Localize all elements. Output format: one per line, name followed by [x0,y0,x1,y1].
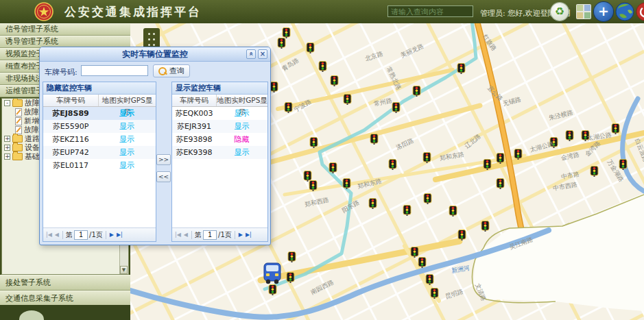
page-icon [15,108,22,116]
gps-display-toggle[interactable]: 显示 [216,120,267,133]
traffic-signal-icon[interactable] [590,166,599,177]
sidebar-item-top-0[interactable]: 信号管理子系统 [0,23,130,36]
traffic-signal-icon[interactable] [342,178,351,189]
last-page-button[interactable]: ▶| [116,231,123,239]
sidebar-item-bottom-0[interactable]: 接处警子系统 [0,275,130,291]
traffic-signal-icon[interactable] [483,159,492,170]
next-page-button[interactable]: ▶ [238,231,243,239]
gps-display-toggle[interactable]: 显示 [98,133,156,146]
power-icon[interactable] [636,2,644,21]
traffic-signal-icon[interactable] [282,27,291,38]
collapse-toggle[interactable]: - [4,100,10,106]
traffic-signal-icon[interactable] [309,180,318,191]
plate-number: 苏E5590P [43,120,98,133]
traffic-signal-icon[interactable] [611,123,620,134]
traffic-signal-icon[interactable] [318,61,327,72]
traffic-signal-icon[interactable] [284,102,293,113]
page-icon [15,117,22,125]
refresh-icon[interactable]: ♻ [551,3,569,21]
pager-divider [191,231,192,239]
move-left-button[interactable]: << [156,171,171,182]
expand-toggle[interactable]: + [4,145,10,151]
close-icon[interactable]: × [258,49,267,59]
table-header: 车牌号码 地图实时GPS显示 [43,95,156,107]
traffic-signal-icon[interactable] [481,221,490,232]
traffic-signal-icon[interactable] [330,75,339,86]
traffic-signal-icon[interactable] [457,63,466,74]
sidebar-footer [0,305,130,320]
first-page-button[interactable]: |◀ [45,231,53,239]
expand-toggle[interactable]: + [4,136,10,142]
traffic-signal-icon[interactable] [329,162,337,173]
traffic-signal-icon[interactable] [430,288,439,299]
dialog-titlebar[interactable]: 实时车辆位置监控 « × [40,47,270,62]
vehicle-row[interactable]: 苏EK9398显示 [172,146,267,159]
vehicle-row[interactable]: 苏EJR391显示 [172,120,267,133]
collapse-icon[interactable]: « [246,49,256,59]
traffic-signal-icon[interactable] [449,206,457,217]
traffic-signal-icon[interactable] [496,153,505,164]
traffic-signal-icon[interactable] [425,274,434,285]
column-gps: 地图实时GPS显示 [99,95,156,106]
traffic-signal-icon[interactable] [343,94,352,105]
traffic-signal-icon[interactable] [619,159,628,170]
globe-icon[interactable] [615,2,634,21]
sidebar-item-bottom-1[interactable]: 交通信息采集子系统 [0,291,130,306]
vehicle-row[interactable]: 苏EUP742显示 [43,146,156,159]
page-number-input[interactable] [74,230,88,240]
traffic-signal-icon[interactable] [496,178,505,189]
traffic-signal-icon[interactable] [287,251,296,262]
traffic-signal-icon[interactable] [457,230,466,241]
search-button[interactable]: 查询 [153,64,190,77]
prev-page-button[interactable]: ◀ [183,231,189,239]
traffic-signal-icon[interactable] [306,42,315,53]
gps-display-toggle[interactable]: 显示 [98,107,156,120]
traffic-signal-icon[interactable] [370,134,379,145]
map-tiles-icon[interactable] [576,4,591,19]
vehicle-row[interactable]: 苏EL0117显示 [43,159,156,172]
gps-display-toggle[interactable]: 显示 [216,107,267,120]
gps-display-toggle[interactable]: 隐藏 [216,133,267,146]
first-page-button[interactable]: |◀ [174,231,182,239]
next-page-button[interactable]: ▶ [109,231,115,239]
dialog-title: 实时车辆位置监控 [122,49,188,59]
last-page-button[interactable]: ▶| [245,231,252,239]
tree-node-label: 新增 [24,116,39,125]
plate-number: 苏EJR391 [172,120,216,133]
vehicle-row[interactable]: 苏EQK003显示 [172,107,267,120]
traffic-signal-icon[interactable] [392,102,401,113]
vehicle-row[interactable]: 苏E93898隐藏 [172,133,267,146]
traffic-signal-icon[interactable] [286,272,295,283]
prev-page-button[interactable]: ◀ [54,231,60,239]
zoom-plus-icon[interactable]: + [594,2,613,21]
expand-toggle[interactable]: + [4,153,10,160]
traffic-signal-icon[interactable] [268,284,277,295]
gps-display-toggle[interactable]: 显示 [98,159,156,172]
traffic-signal-icon[interactable] [368,198,377,209]
traffic-signal-icon[interactable] [422,152,431,163]
traffic-signal-icon[interactable] [410,247,419,258]
vehicle-row[interactable]: 苏EKZ116显示 [43,133,156,146]
traffic-signal-icon[interactable] [514,149,523,160]
pagination-bar: |◀ ◀ 第 /1页 ▶ ▶| [43,227,156,241]
move-right-button[interactable]: >> [156,154,171,165]
pager-divider [106,231,106,239]
traffic-signal-icon[interactable] [388,159,397,170]
scroll-down-button[interactable]: ▼ [120,266,128,274]
page-number-input[interactable] [203,230,217,240]
traffic-signal-icon[interactable] [418,257,427,268]
traffic-signal-icon[interactable] [309,137,318,148]
traffic-signal-icon[interactable] [565,130,574,141]
vehicle-row[interactable]: 苏EJ8S89显示 [43,107,156,120]
traffic-signal-icon[interactable] [412,86,421,97]
traffic-signal-icon[interactable] [423,193,432,204]
traffic-signal-icon[interactable] [403,205,412,216]
gps-display-toggle[interactable]: 显示 [216,146,267,159]
header-search-input[interactable] [387,5,473,17]
app-title: 公安交通集成指挥平台 [64,0,202,23]
gps-display-toggle[interactable]: 显示 [98,120,156,133]
plate-number-input[interactable] [81,65,148,76]
vehicle-row[interactable]: 苏E5590P显示 [43,120,156,133]
traffic-signal-icon[interactable] [277,38,286,49]
gps-display-toggle[interactable]: 显示 [98,146,156,159]
